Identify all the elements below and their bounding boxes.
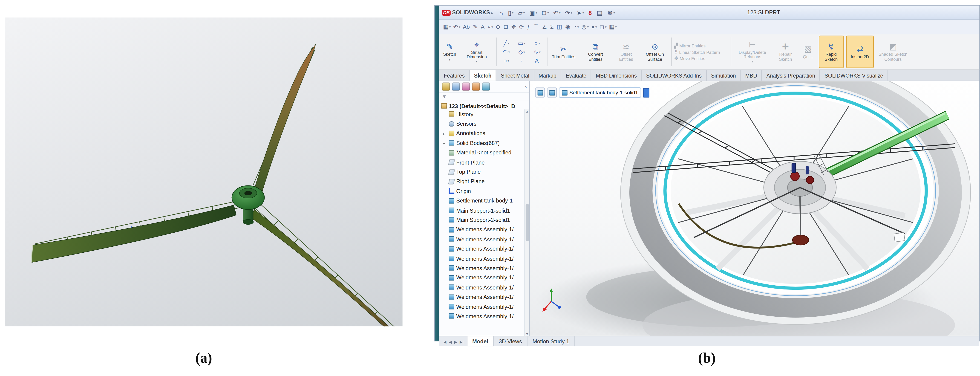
undo-icon[interactable]: ↶▾ (552, 8, 562, 17)
instant2d-button[interactable]: ⇄ Instant2D (846, 36, 874, 68)
expand-caret[interactable]: ▸ (443, 141, 447, 145)
tree-item[interactable]: Weldmens Assembly-1/ (439, 254, 525, 263)
tree-item[interactable]: Weldmens Assembly-1/ (439, 234, 525, 244)
tree-item[interactable]: Main Support-2-solid1 (439, 215, 525, 225)
bottom-tab[interactable]: Motion Study 1 (528, 336, 575, 346)
measure-icon[interactable]: ∡ (542, 24, 548, 30)
save-icon[interactable]: ▣▾ (528, 8, 539, 17)
tabs-last-button[interactable]: ▶| (459, 339, 464, 344)
bottom-tab[interactable]: Model (467, 336, 494, 346)
edit-appearance-icon[interactable]: ●▾ (591, 24, 597, 30)
ribbon-tab[interactable]: Evaluate (561, 70, 592, 81)
tree-item[interactable]: Main Support-1-solid1 (439, 206, 525, 215)
breadcrumb-part-icon[interactable] (535, 88, 545, 97)
tree-item[interactable]: Weldmens Assembly-1/ (439, 302, 525, 312)
rectangle-icon[interactable]: ▭▾ (515, 39, 529, 48)
file-properties-icon[interactable]: ▤ (596, 8, 605, 17)
ribbon-tab[interactable]: MBD Dimensions (592, 70, 642, 81)
note-icon[interactable]: A (481, 24, 485, 30)
tabs-first-button[interactable]: |◀ (442, 339, 447, 344)
offset-entities-button[interactable]: ≋ Offset Entities (614, 36, 639, 68)
ellipse-icon[interactable]: ◌▾ (499, 56, 514, 65)
pan-icon[interactable]: ✥ (511, 24, 517, 30)
options-gear-icon[interactable]: ☸▾ (606, 8, 616, 17)
ribbon-tab[interactable]: SOLIDWORKS Add-Ins (642, 70, 707, 81)
redo-icon[interactable]: ↷▾ (564, 8, 574, 17)
tree-item[interactable]: Weldmens Assembly-1/ (439, 225, 525, 234)
mirror-entities-button[interactable]: ▞Mirror Entities (674, 43, 728, 48)
tree-item[interactable]: Right Plane (439, 177, 525, 186)
displaymanager-tab-icon[interactable] (482, 83, 490, 91)
breadcrumb-item[interactable]: Settlement tank body-1-solid1 (559, 88, 641, 97)
arc-icon[interactable]: ◠▾ (499, 48, 514, 56)
linear-sketch-pattern-button[interactable]: ⠿Linear Sketch Pattern (674, 49, 728, 54)
apply-scene-icon[interactable]: ◻▾ (600, 24, 607, 30)
print-icon[interactable]: ⊟▾ (540, 8, 550, 17)
scroll-up-arrow[interactable]: ▲ (526, 109, 529, 113)
tree-item[interactable]: Sensors (439, 119, 525, 129)
dimxpertmanager-tab-icon[interactable] (472, 83, 480, 91)
tree-item[interactable]: Weldmens Assembly-1/ (439, 273, 525, 283)
smart-dimension-button[interactable]: ⌖ Smart Dimension ▾ (460, 36, 494, 68)
tree-item[interactable]: Material <not specified (439, 148, 525, 158)
ribbon-tab[interactable]: Analysis Preparation (762, 70, 820, 81)
scroll-down-arrow[interactable]: ▼ (526, 332, 529, 336)
tree-item[interactable]: Origin (439, 186, 525, 196)
open-document-icon[interactable]: ▱▾ (517, 8, 526, 17)
tabs-prev-button[interactable]: ◀ (448, 339, 452, 344)
offset-on-surface-button[interactable]: ⊚ Offset On Surface (641, 36, 669, 68)
display-delete-relations-button[interactable]: ⊢ Display/Delete Relations ▾ (733, 36, 771, 68)
circle-icon[interactable]: ○▾ (530, 39, 544, 48)
tree-item[interactable]: Front Plane (439, 158, 525, 167)
spell-check-icon[interactable]: Ab (463, 24, 471, 30)
repair-sketch-button[interactable]: ✚ Repair Sketch (774, 36, 797, 68)
tree-item[interactable]: Weldmens Assembly-1/ (439, 292, 525, 302)
line-icon[interactable]: ╱▾ (499, 39, 514, 48)
curvature-icon[interactable]: ⌒ (533, 23, 539, 31)
bottom-tab[interactable]: 3D Views (494, 336, 528, 346)
ribbon-tab[interactable]: Features (439, 70, 470, 81)
trim-entities-button[interactable]: ✂ Trim Entities (550, 36, 578, 68)
home-icon[interactable]: ⌂ (498, 8, 505, 17)
sketch-text-icon[interactable]: A (530, 56, 544, 65)
filter-icon[interactable]: ▼ (442, 94, 447, 99)
ribbon-tab[interactable]: MBD (741, 70, 762, 81)
format-painter-icon[interactable]: ✎ (473, 24, 478, 30)
tree-item[interactable]: Weldmens Assembly-1/ (439, 263, 525, 273)
breadcrumb-body-icon[interactable] (547, 88, 557, 97)
tree-scrollbar[interactable]: ▲ ▼ (524, 109, 529, 336)
tree-item[interactable]: History (439, 109, 525, 119)
rotate-view-icon[interactable]: ⟳ (519, 24, 525, 30)
view-orientation-icon[interactable]: ▦▾ (609, 24, 617, 30)
ribbon-tab[interactable]: Simulation (707, 70, 741, 81)
quick-snaps-button[interactable]: ▧ Qui... (800, 36, 816, 68)
ribbon-tab[interactable]: Sketch (470, 70, 496, 81)
smart-dimension-icon[interactable]: ⌖▾ (488, 24, 493, 30)
move-entities-button[interactable]: ✥Move Entities (674, 55, 728, 61)
point-icon[interactable]: · (515, 56, 529, 65)
propertymanager-tab-icon[interactable] (452, 83, 460, 91)
spline-icon[interactable]: ∿▾ (530, 48, 544, 56)
camera-icon[interactable]: ◉ (565, 24, 571, 30)
tree-item[interactable]: ▸ Solid Bodies(687) (439, 138, 525, 148)
section-view-icon[interactable]: ◫ (557, 24, 563, 30)
convert-entities-button[interactable]: ⧉ Convert Entities (580, 36, 611, 68)
zoom-area-icon[interactable]: ⊡ (504, 24, 509, 30)
tree-item[interactable]: Top Plane (439, 167, 525, 177)
ribbon-tab[interactable]: SOLIDWORKS Visualize (820, 70, 888, 81)
select-cursor-icon[interactable]: ➤▾ (576, 8, 585, 17)
ribbon-tab[interactable]: Sheet Metal (496, 70, 534, 81)
mass-properties-icon[interactable]: Σ (550, 24, 554, 30)
polygon-icon[interactable]: ◇▾ (515, 48, 529, 56)
zoom-to-fit-icon[interactable]: ⊕ (496, 24, 501, 30)
ribbon-tab[interactable]: Markup (534, 70, 561, 81)
rebuild-icon[interactable]: 8 (587, 8, 593, 17)
new-document-icon[interactable]: ▯▾ (507, 8, 515, 17)
hide-show-items-icon[interactable]: ◎▾ (582, 24, 589, 30)
selection-filter-icon[interactable]: ▦▾ (443, 24, 451, 30)
tree-item[interactable]: Weldmens Assembly-1/ (439, 312, 525, 321)
rapid-sketch-button[interactable]: ↯ Rapid Sketch (819, 36, 843, 68)
sketch-button[interactable]: ✎ Sketch ▾ (442, 36, 457, 68)
tree-item[interactable]: ▸ Annotations (439, 129, 525, 138)
panel-expand-chevron[interactable]: › (525, 83, 527, 90)
